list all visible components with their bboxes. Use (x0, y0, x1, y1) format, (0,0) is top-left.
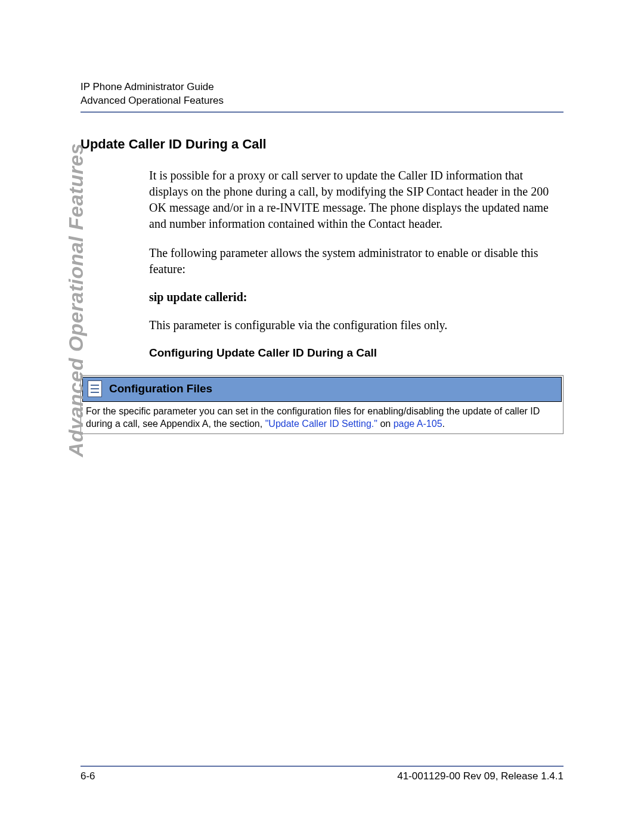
config-files-box-body: For the specific parameter you can set i… (81, 403, 563, 434)
page-footer: 6-6 41-001129-00 Rev 09, Release 1.4.1 (80, 766, 564, 782)
config-files-box-title: Configuration Files (109, 382, 212, 395)
header-line-2: Advanced Operational Features (80, 94, 564, 108)
config-body-suffix: . (442, 419, 445, 429)
side-tab-label: Advanced Operational Features (64, 0, 88, 143)
header-rule (80, 112, 564, 113)
body-column: It is possible for a proxy or call serve… (149, 168, 564, 360)
link-page-a-105[interactable]: page A-105 (394, 419, 442, 429)
config-files-box: Configuration Files For the specific par… (80, 375, 564, 435)
page-number: 6-6 (80, 770, 95, 782)
document-page: IP Phone Administrator Guide Advanced Op… (0, 0, 644, 833)
section-title: Update Caller ID During a Call (80, 137, 564, 152)
footer-row: 6-6 41-001129-00 Rev 09, Release 1.4.1 (80, 770, 564, 782)
subheading: Configuring Update Caller ID During a Ca… (149, 346, 564, 360)
footer-rule (80, 766, 564, 767)
paragraph-3: This parameter is configurable via the c… (149, 317, 564, 333)
document-icon (88, 380, 102, 397)
config-files-box-header: Configuration Files (82, 377, 562, 402)
running-header: IP Phone Administrator Guide Advanced Op… (80, 80, 564, 108)
link-update-caller-id-setting[interactable]: "Update Caller ID Setting." (265, 419, 377, 429)
parameter-name: sip update callerid: (149, 290, 564, 304)
config-body-mid: on (377, 419, 394, 429)
paragraph-1: It is possible for a proxy or call serve… (149, 168, 564, 232)
paragraph-2: The following parameter allows the syste… (149, 245, 564, 277)
header-line-1: IP Phone Administrator Guide (80, 80, 564, 94)
doc-revision-info: 41-001129-00 Rev 09, Release 1.4.1 (397, 770, 564, 782)
